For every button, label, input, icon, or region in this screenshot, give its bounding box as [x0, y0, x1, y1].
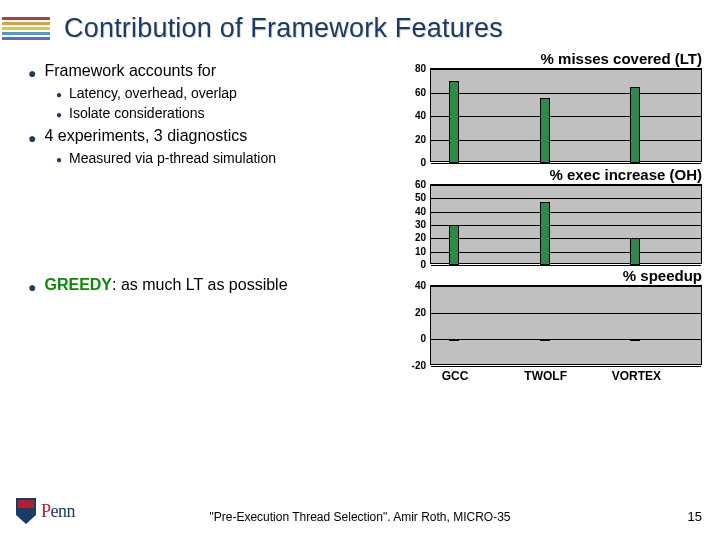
ytick-label: 60 [400, 179, 426, 190]
chart-speedup: % speedup -2002040 GCCTWOLFVORTEX [400, 271, 708, 401]
ytick-label: 40 [400, 110, 426, 121]
bullet-1: ● Framework accounts for [28, 62, 398, 81]
bar [630, 238, 640, 265]
ytick-label: 10 [400, 245, 426, 256]
ytick-label: 30 [400, 219, 426, 230]
bullet-icon: ● [28, 279, 36, 295]
bullet-1a: ● Latency, overhead, overlap [56, 85, 398, 101]
bullet-icon: ● [28, 65, 36, 81]
xlabel: VORTEX [591, 369, 681, 383]
ytick-label: 40 [400, 205, 426, 216]
charts-column: % misses covered (LT) 020406080 % exec i… [400, 54, 712, 401]
bullet-2-text: 4 experiments, 3 diagnostics [44, 127, 247, 145]
bar [449, 225, 459, 265]
bullet-greedy-text: GREEDY: as much LT as possible [44, 276, 287, 294]
bullet-1b: ● Isolate considerations [56, 105, 398, 121]
ytick-label: 20 [400, 133, 426, 144]
bar [630, 339, 640, 341]
ytick-label: 20 [400, 306, 426, 317]
bullet-1b-text: Isolate considerations [69, 105, 204, 121]
bullet-2a: ● Measured via p-thread simulation [56, 150, 398, 166]
ytick-label: 40 [400, 280, 426, 291]
slide-title: Contribution of Framework Features [64, 13, 503, 44]
ytick-label: 60 [400, 86, 426, 97]
bullet-1a-text: Latency, overhead, overlap [69, 85, 237, 101]
bullet-icon: ● [56, 109, 62, 120]
bullet-icon: ● [56, 89, 62, 100]
bar [449, 339, 459, 341]
xlabel: GCC [410, 369, 500, 383]
ytick-label: 80 [400, 63, 426, 74]
ytick-label: 0 [400, 259, 426, 270]
chart-lt-plot [430, 68, 702, 162]
bar [540, 202, 550, 265]
greedy-rest: : as much LT as possible [112, 276, 288, 293]
bullet-1-text: Framework accounts for [44, 62, 216, 80]
ytick-label: 0 [400, 157, 426, 168]
ytick-label: 20 [400, 232, 426, 243]
bar [630, 87, 640, 163]
chart-lt: % misses covered (LT) 020406080 [400, 54, 708, 164]
chart-oh: % exec increase (OH) 0102030405060 [400, 170, 708, 265]
chart-speedup-title: % speedup [623, 267, 702, 284]
bar [540, 339, 550, 341]
page-number: 15 [688, 509, 702, 524]
chart-speedup-plot [430, 285, 702, 365]
greedy-label: GREEDY [44, 276, 112, 293]
chart-lt-title: % misses covered (LT) [541, 50, 702, 67]
bullet-2a-text: Measured via p-thread simulation [69, 150, 276, 166]
bullet-2: ● 4 experiments, 3 diagnostics [28, 127, 398, 146]
title-decor-icon [2, 8, 50, 48]
ytick-label: 0 [400, 333, 426, 344]
ytick-label: 50 [400, 192, 426, 203]
xlabel: TWOLF [501, 369, 591, 383]
title-bar: Contribution of Framework Features [0, 6, 720, 50]
bar [540, 98, 550, 163]
bar [449, 81, 459, 163]
content-area: ● Framework accounts for ● Latency, over… [28, 62, 398, 299]
chart-oh-plot [430, 184, 702, 264]
chart-oh-title: % exec increase (OH) [549, 166, 702, 183]
bullet-icon: ● [28, 130, 36, 146]
footer-citation: "Pre-Execution Thread Selection". Amir R… [0, 510, 720, 524]
bullet-icon: ● [56, 154, 62, 165]
bullet-greedy: ● GREEDY: as much LT as possible [28, 276, 398, 295]
